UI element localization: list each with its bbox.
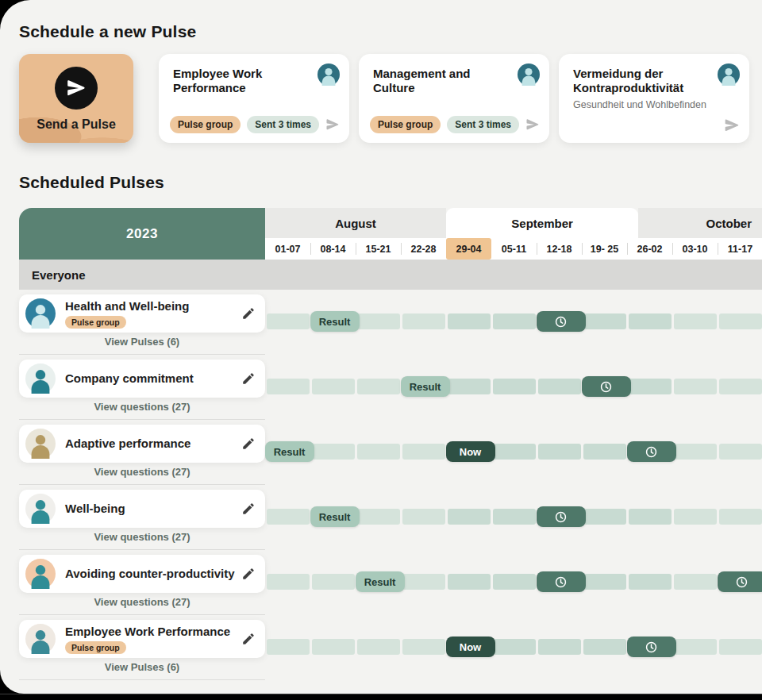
send-arrow-icon[interactable] — [325, 117, 340, 133]
clock-icon — [554, 575, 568, 589]
pulse-info: Health and Well-being Pulse group — [65, 299, 241, 329]
view-link[interactable]: View Pulses (6) — [19, 336, 265, 348]
pulse-template-card[interactable]: Employee Work Performance Pulse groupSen… — [159, 54, 349, 143]
result-chip[interactable]: Result — [310, 311, 360, 332]
timeline-segment — [583, 639, 626, 655]
pulse-card[interactable]: Company commitment — [19, 360, 265, 398]
view-link[interactable]: View Pulses (6) — [19, 661, 265, 673]
timeline-segment — [312, 444, 355, 460]
week-cell[interactable]: 19- 25 — [582, 238, 627, 260]
week-label: 19- 25 — [591, 244, 618, 255]
row-separator — [19, 679, 265, 680]
week-label: 05-11 — [502, 244, 526, 255]
week-label: 11-17 — [728, 244, 752, 255]
timeline-segment — [583, 444, 626, 460]
result-chip[interactable]: Result — [310, 506, 360, 527]
timeline-segment — [402, 509, 445, 525]
edit-pencil-icon[interactable] — [241, 437, 256, 451]
edit-pencil-icon[interactable] — [241, 632, 256, 646]
pulse-card[interactable]: Well-being — [19, 490, 265, 528]
scheduled-clock-chip[interactable] — [718, 571, 762, 592]
avatar — [25, 559, 56, 589]
week-row: 01-0708-1415-2122-2829-0405-1112-1819- 2… — [265, 238, 762, 260]
timeline-segment — [357, 639, 400, 655]
timeline-segment — [402, 639, 445, 655]
timeline-segment — [629, 574, 672, 590]
scheduled-clock-chip[interactable] — [627, 637, 676, 657]
timeline-segment — [629, 313, 672, 329]
result-chip[interactable]: Result — [265, 441, 314, 462]
view-link[interactable]: View questions (27) — [19, 531, 265, 543]
scheduled-clock-chip[interactable] — [537, 506, 586, 527]
pulse-info: Avoiding counter-productivity — [65, 567, 241, 581]
timeline-bar — [267, 639, 762, 655]
week-cell[interactable]: 12-18 — [537, 238, 582, 260]
edit-pencil-icon[interactable] — [241, 502, 256, 516]
timeline-segment — [674, 639, 717, 655]
pulse-card[interactable]: Adaptive performance — [19, 425, 265, 463]
week-cell[interactable]: 22-28 — [401, 238, 446, 260]
timeline-segment — [719, 379, 762, 394]
timeline-segment — [312, 574, 355, 590]
week-label: 01-07 — [275, 244, 301, 255]
result-chip[interactable]: Result — [401, 376, 450, 397]
month-label: September — [511, 217, 573, 230]
timeline-segment — [493, 313, 536, 329]
view-link[interactable]: View questions (27) — [19, 466, 265, 478]
week-cell[interactable]: 29-04 — [446, 238, 491, 260]
timeline-bar — [267, 444, 762, 460]
edit-pencil-icon[interactable] — [241, 567, 256, 581]
week-cell[interactable]: 15-21 — [356, 238, 401, 260]
group-header-everyone: Everyone — [19, 260, 762, 290]
clock-icon — [645, 640, 658, 654]
clock-icon — [554, 315, 568, 329]
send-a-pulse-label: Send a Pulse — [19, 117, 133, 132]
week-cell[interactable]: 11-17 — [718, 238, 762, 260]
week-cell[interactable]: 05-11 — [491, 238, 537, 260]
scheduled-clock-chip[interactable] — [537, 571, 586, 592]
pulse-rows: Health and Well-being Pulse group View P… — [19, 290, 762, 680]
avatar — [25, 624, 56, 654]
timeline: Now — [267, 637, 762, 657]
edit-pencil-icon[interactable] — [241, 306, 256, 321]
month-cell: August — [265, 208, 446, 238]
scheduled-clock-chip[interactable] — [627, 441, 676, 462]
scheduled-clock-chip[interactable] — [582, 376, 631, 397]
avatar — [25, 494, 56, 524]
now-chip[interactable]: Now — [446, 441, 495, 462]
pulse-template-card[interactable]: Vermeidung der Kontraproduktivität Gesun… — [559, 54, 749, 143]
week-label: 12-18 — [547, 244, 572, 255]
week-cell[interactable]: 01-07 — [265, 238, 310, 260]
pulse-row: Adaptive performance View questions (27)… — [19, 420, 762, 485]
timeline-segment — [493, 639, 536, 655]
view-link[interactable]: View questions (27) — [19, 401, 265, 413]
week-cell[interactable]: 03-10 — [672, 238, 718, 260]
timeline-segment — [583, 509, 626, 525]
result-chip[interactable]: Result — [356, 571, 405, 592]
edit-pencil-icon[interactable] — [241, 371, 256, 386]
timeline-segment — [674, 313, 717, 329]
card-subtitle: Gesundheit und Wohlbefinden — [573, 99, 738, 110]
scheduled-clock-chip[interactable] — [537, 311, 586, 332]
pulse-group-badge: Pulse group — [65, 641, 126, 654]
timeline-segment — [674, 574, 717, 590]
pulse-card[interactable]: Employee Work Performance Pulse group — [19, 620, 265, 658]
avatar — [318, 63, 340, 86]
week-label: 15-21 — [366, 244, 391, 255]
timeline: Result — [267, 506, 762, 527]
send-arrow-icon[interactable] — [525, 117, 540, 133]
send-arrow-icon[interactable] — [724, 117, 740, 133]
pulse-card[interactable]: Avoiding counter-productivity — [19, 555, 265, 593]
week-cell[interactable]: 08-14 — [310, 238, 356, 260]
pulse-row: Employee Work Performance Pulse group Vi… — [19, 615, 762, 680]
pulse-info: Employee Work Performance Pulse group — [65, 625, 241, 654]
send-a-pulse-card[interactable]: Send a Pulse — [19, 54, 133, 143]
pulse-template-card[interactable]: Management and Culture Pulse groupSent 3… — [359, 54, 549, 143]
week-cell[interactable]: 26-02 — [627, 238, 672, 260]
view-link[interactable]: View questions (27) — [19, 596, 265, 608]
now-chip[interactable]: Now — [446, 637, 495, 657]
pulse-card[interactable]: Health and Well-being Pulse group — [19, 294, 265, 333]
timeline-segment — [493, 574, 536, 590]
timeline-segment — [674, 509, 717, 525]
avatar — [25, 298, 56, 329]
